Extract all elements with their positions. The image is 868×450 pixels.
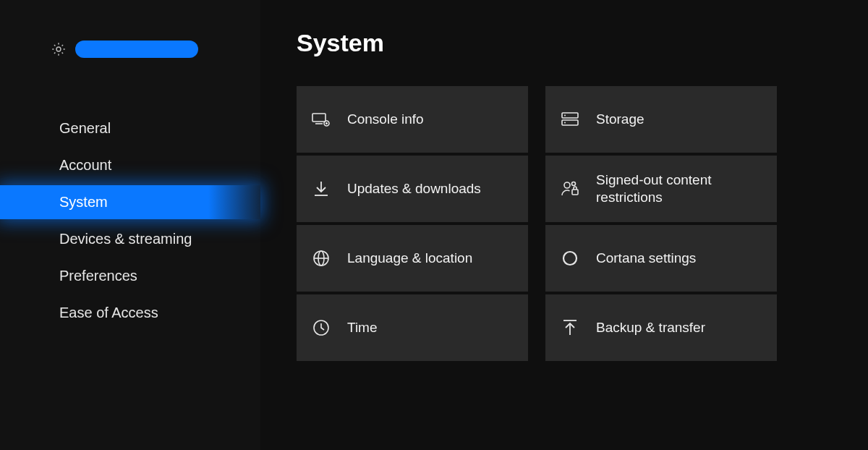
svg-point-7 <box>564 122 566 124</box>
sidebar-header <box>0 38 260 61</box>
svg-point-16 <box>563 252 576 265</box>
sidebar-item-label: System <box>59 194 108 210</box>
page-title: System <box>297 29 839 57</box>
tile-label: Language & location <box>347 250 472 267</box>
tile-label: Backup & transfer <box>596 319 705 336</box>
sidebar-item-label: Ease of Access <box>59 305 158 320</box>
tile-cortana-settings[interactable]: Cortana settings <box>545 225 777 292</box>
svg-rect-12 <box>572 190 578 195</box>
sidebar-item-account[interactable]: Account <box>0 148 260 182</box>
people-lock-icon <box>560 179 580 199</box>
tile-label: Storage <box>596 111 644 128</box>
tile-label: Cortana settings <box>596 250 696 267</box>
sidebar-item-label: Account <box>59 157 111 173</box>
tile-label: Console info <box>347 111 424 128</box>
download-icon <box>311 179 331 199</box>
profile-pill[interactable] <box>75 41 198 58</box>
cortana-icon <box>560 248 580 268</box>
sidebar-item-devices-streaming[interactable]: Devices & streaming <box>0 222 260 256</box>
tile-time[interactable]: Time <box>297 294 528 361</box>
settings-tiles: Console info Storage <box>297 86 839 361</box>
tile-backup-transfer[interactable]: Backup & transfer <box>545 294 777 361</box>
svg-point-0 <box>56 47 61 51</box>
sidebar-item-general[interactable]: General <box>0 111 260 145</box>
sidebar-item-label: Preferences <box>59 268 137 284</box>
svg-point-11 <box>572 182 576 186</box>
sidebar-item-system[interactable]: System <box>0 185 260 219</box>
sidebar-item-preferences[interactable]: Preferences <box>0 259 260 293</box>
sidebar-item-ease-of-access[interactable]: Ease of Access <box>0 296 260 330</box>
globe-icon <box>311 248 331 268</box>
gear-icon <box>51 41 67 57</box>
console-info-icon <box>311 109 331 130</box>
tile-label: Time <box>347 319 378 336</box>
clock-icon <box>311 318 331 338</box>
tile-storage[interactable]: Storage <box>545 86 777 153</box>
settings-sidebar: General Account System Devices & streami… <box>0 0 260 450</box>
tile-label: Signed-out content restrictions <box>596 171 764 206</box>
storage-icon <box>560 109 580 130</box>
svg-rect-1 <box>312 114 326 122</box>
sidebar-item-label: Devices & streaming <box>59 231 192 247</box>
tile-signed-out-content-restrictions[interactable]: Signed-out content restrictions <box>545 156 777 222</box>
tile-language-location[interactable]: Language & location <box>297 225 528 292</box>
upload-icon <box>560 318 580 338</box>
tile-label: Updates & downloads <box>347 180 481 198</box>
sidebar-item-label: General <box>59 120 111 136</box>
main-content: System Console info <box>260 0 868 450</box>
svg-point-10 <box>564 182 570 188</box>
tile-updates-downloads[interactable]: Updates & downloads <box>297 156 528 222</box>
svg-point-6 <box>564 115 566 116</box>
tile-console-info[interactable]: Console info <box>297 86 528 153</box>
